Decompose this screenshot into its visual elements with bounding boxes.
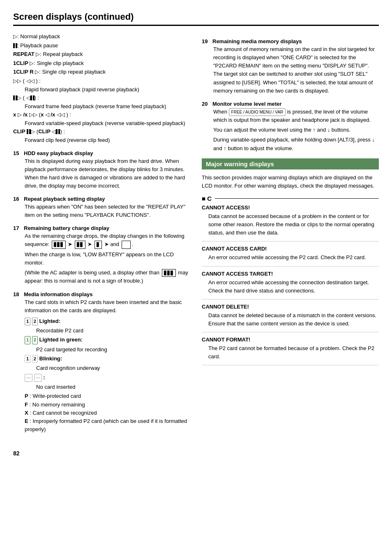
symbol-ff-desc: Rapid forward playback (rapid reverse pl… [25,86,190,94]
card-lighted-green: 1 2 Lighted in green: [25,336,190,344]
symbol-clip: CLIP ▷ (CLIP ◁) : [13,128,190,136]
warning-items-list: CANNOT ACCESS! Data cannot be accessed b… [202,204,379,365]
symbol-frame-desc: Forward frame feed playback (reverse fra… [25,102,190,111]
symbol-normal-play: ▷: Normal playback [13,32,190,41]
warning-item-cannot-format: CANNOT FORMAT! The P2 card cannot be for… [202,337,379,365]
card-f: F : No memory remaining [25,401,190,409]
warning-title-cannot-format: CANNOT FORMAT! [202,337,379,343]
section-16-header: 16 Repeat playback setting display [13,196,190,202]
card-p: P : Write-protected card [25,392,190,400]
battery-signal-icon: ▊▊▊ [52,241,66,249]
symbol-pause: : Playback pause [13,42,190,50]
warning-item-cannot-access: CANNOT ACCESS! Data cannot be accessed b… [202,204,379,241]
page: Screen displays (continued) ▷: Normal pl… [0,0,392,557]
page-number: 82 [13,450,190,457]
warning-title-cannot-access: CANNOT ACCESS! [202,204,379,211]
card-none: — — : [25,374,190,382]
warning-item-cannot-delete: CANNOT DELETE! Data cannot be deleted be… [202,304,379,332]
section-15-title: HDD easy playback display [24,150,93,156]
battery-full-icon: ▊▊▊ [162,269,176,277]
symbol-frame: ▷ ( ◁) : [13,94,190,102]
section-19-title: Remaining media memory displays [212,38,302,44]
c-label: ■ C [202,195,212,202]
section-18-header: 18 Media information displays [13,291,190,297]
warning-section: Major warning displays This section prov… [202,158,379,366]
symbol-varspeed-desc: Forward variable-speed playback (reverse… [25,119,190,128]
card-x: X : Card cannot be recognized [25,409,190,417]
section-17-header: 17 Remaining battery charge display [13,225,190,231]
section-19-body: The amount of memory remaining on the ca… [213,45,379,95]
symbol-repeat: REPEAT ▷: Repeat playback [13,50,190,58]
warning-item-cannot-access-card: CANNOT ACCESS CARD! An error occurred wh… [202,246,379,266]
c-section-header: ■ C [202,195,379,202]
warning-item-cannot-access-target: CANNOT ACCESS TARGET! An error occurred … [202,271,379,299]
section-20-header: 20 Monitor volume level meter [202,101,379,107]
right-column: 19 Remaining media memory displays The a… [202,32,379,457]
card-e: E : Improperly formatted P2 card (which … [25,417,190,434]
warning-body-cannot-access: Data cannot be accessed because of a pro… [208,212,379,237]
warning-title-cannot-access-card: CANNOT ACCESS CARD! [202,246,379,252]
warning-title-cannot-access-target: CANNOT ACCESS TARGET! [202,271,379,277]
warning-body-cannot-format: The P2 card cannot be formatted because … [208,344,379,361]
section-17-title: Remaining battery charge display [24,225,109,231]
section-15-body: This is displayed during easy playback f… [25,157,190,190]
c-divider-line [215,198,379,199]
warning-body-cannot-access-target: An error occurred while accessing the co… [208,278,379,295]
section-15-header: 15 HDD easy playback display [13,150,190,156]
section-20-title: Monitor volume level meter [212,101,281,107]
warning-section-header: Major warning displays [202,158,379,169]
card-sub-items: 1 2 Lighted: Recordable P2 card 1 2 Ligh… [25,317,190,434]
section-16-body: This appears when "ON" has been selected… [25,203,190,219]
section-18-body: The card slots in which P2 cards have be… [25,298,190,434]
symbol-clip-desc: Forward clip feed (reverse clip feed) [25,136,190,144]
warning-body-cannot-access-card: An error occurred while accessing the P2… [208,253,379,262]
pause-icon5 [56,129,60,134]
symbol-ff: ▷▷ ( ◁◁ ) : [13,77,190,85]
section-19-header: 19 Remaining media memory displays [202,38,379,44]
battery-med-icon: ▊▊ [75,241,85,249]
warning-body-cannot-delete: Data cannot be deleted because of a mism… [208,311,379,328]
pause-icon [13,43,17,48]
vol-button-icon: FREE / AUDIO MENU / VAR [229,108,286,116]
warning-title-cannot-delete: CANNOT DELETE! [202,304,379,310]
two-column-layout: ▷: Normal playback : Playback pause REPE… [13,32,379,457]
pause-icon3 [30,95,35,100]
playback-symbols: ▷: Normal playback : Playback pause REPE… [13,32,190,144]
left-column: ▷: Normal playback : Playback pause REPE… [13,32,190,457]
warning-intro: This section provides major warning disp… [202,174,379,190]
section-16-title: Repeat playback setting display [24,196,105,202]
battery-low-icon: ▊ [95,241,102,249]
symbol-1clipr: 1CLIP R ▷: Single clip repeat playback [13,68,190,76]
symbol-1clip: 1CLIP ▷: Single clip playback [13,59,190,67]
section-20-body: When FREE / AUDIO MENU / VAR is pressed,… [213,108,379,153]
page-title: Screen displays (continued) [13,12,379,26]
pause-icon4 [27,129,31,134]
pause-icon2 [13,95,17,100]
section-18-title: Media information displays [24,291,93,297]
card-blinking: 1 2 Blinking: [25,355,190,363]
card-lighted: 1 2 Lighted: [25,317,190,325]
battery-empty-icon [122,241,131,249]
symbol-varspeed: x ▷ /x ▷▷ (x ◁ /x ◁◁ ) : [13,111,190,119]
section-17-body: As the remaining charge drops, the displ… [25,232,190,285]
